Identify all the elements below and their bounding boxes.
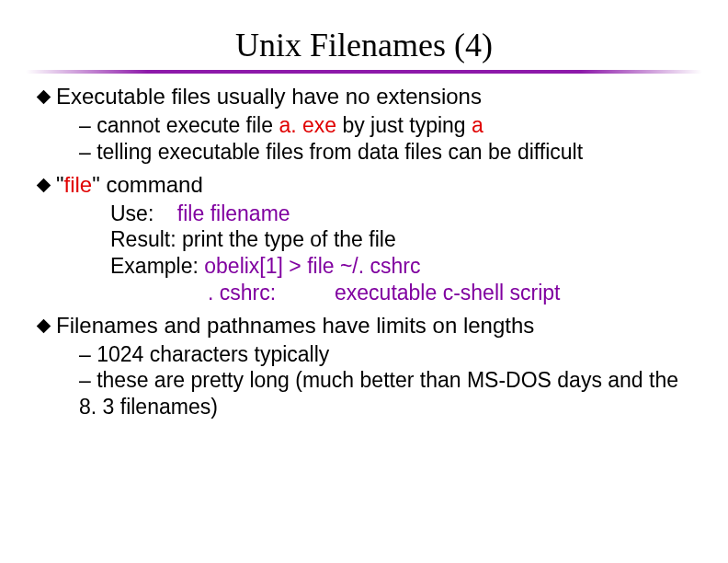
slide-title: Unix Filenames (4) (0, 26, 728, 64)
text-fragment: – cannot execute file (79, 113, 279, 137)
example-command-purple: obelix[1] > file ~/. cshrc (204, 254, 420, 278)
diamond-icon (37, 178, 51, 192)
text-fragment: Example: (110, 254, 204, 278)
bullet-2-example-output: . cshrc: executable c-shell script (208, 280, 700, 306)
example-output-purple: . cshrc: executable c-shell script (208, 281, 560, 304)
bullet-2-text: " command (92, 172, 203, 197)
inline-code-red: a (472, 113, 483, 137)
text-fragment: Use: (110, 201, 177, 225)
bullet-2-example: Example: obelix[1] > file ~/. cshrc (110, 253, 700, 280)
file-command-red: file (64, 172, 93, 197)
bullet-3-sub-1: – 1024 characters typically (79, 341, 700, 368)
diamond-icon (37, 90, 51, 105)
diamond-icon (37, 318, 51, 333)
slide-content: Executable files usually have no extensi… (0, 83, 728, 420)
bullet-2-result: Result: print the type of the file (110, 226, 700, 253)
bullet-1-text: Executable files usually have no extensi… (56, 84, 482, 109)
bullet-1-sub-2: – telling executable files from data fil… (79, 139, 700, 166)
slide: Unix Filenames (4) Executable files usua… (0, 0, 728, 563)
inline-code-red: a. exe (279, 113, 336, 137)
command-syntax-purple: file filename (177, 201, 290, 225)
title-underline (26, 70, 702, 74)
bullet-1: Executable files usually have no extensi… (39, 83, 700, 110)
bullet-1-sub-1: – cannot execute file a. exe by just typ… (79, 112, 700, 139)
quote-open: " (56, 172, 64, 197)
bullet-2: "file" command (39, 171, 700, 199)
text-fragment: by just typing (336, 113, 472, 137)
bullet-2-use: Use: file filename (110, 201, 700, 227)
bullet-3: Filenames and pathnames have limits on l… (39, 312, 700, 339)
bullet-3-text: Filenames and pathnames have limits on l… (56, 313, 534, 338)
bullet-3-sub-2: – these are pretty long (much better tha… (79, 367, 700, 420)
